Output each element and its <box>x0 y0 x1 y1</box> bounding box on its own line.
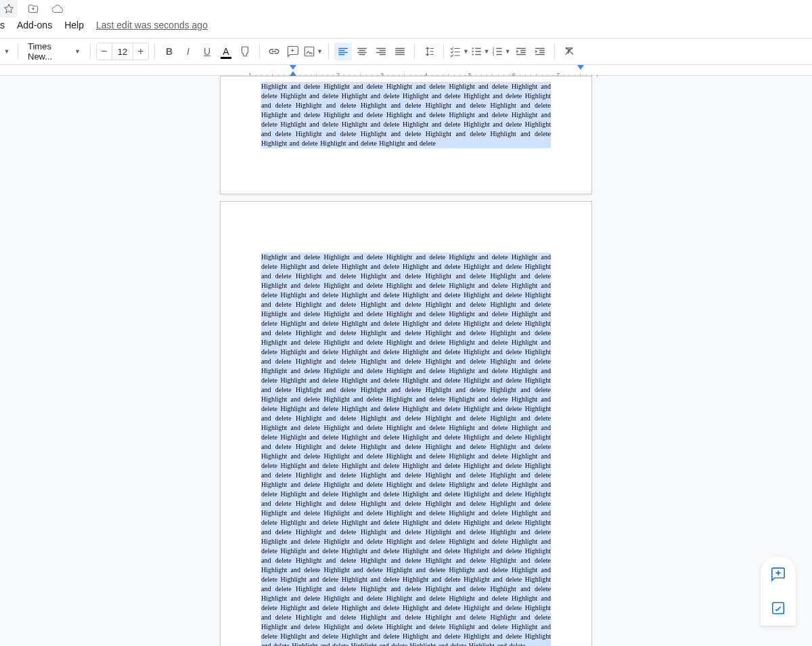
font-size-increase[interactable]: + <box>133 43 148 60</box>
document-text-selected[interactable]: Highlight and delete Highlight and delet… <box>261 82 551 148</box>
line-spacing-button[interactable] <box>420 43 438 60</box>
menu-bar: s Add-ons Help Last edit was seconds ago <box>0 17 812 38</box>
align-justify-button[interactable] <box>391 43 409 60</box>
image-button[interactable]: ▼ <box>303 43 323 60</box>
svg-text:3: 3 <box>492 52 494 56</box>
indent-button[interactable] <box>531 43 549 60</box>
document-page-1[interactable]: Highlight and delete Highlight and delet… <box>220 76 592 194</box>
menu-help[interactable]: Help <box>64 20 84 30</box>
svg-point-1 <box>472 47 473 49</box>
comment-button[interactable] <box>284 43 302 60</box>
canvas: 11234567 Highlight and delete Highlight … <box>0 65 812 646</box>
numbered-list-button[interactable]: 123 ▼ <box>491 43 511 60</box>
underline-button[interactable]: U <box>198 43 216 60</box>
bullet-list-button[interactable]: ▼ <box>470 43 490 60</box>
menu-s-partial[interactable]: s <box>0 20 5 30</box>
toolbar: ▼ Times New... ▼ − + B I U A ▼ <box>0 38 812 65</box>
menu-addons[interactable]: Add-ons <box>17 20 52 30</box>
svg-point-3 <box>472 53 473 55</box>
link-button[interactable] <box>265 43 283 60</box>
bold-button[interactable]: B <box>160 43 178 60</box>
text-color-button[interactable]: A <box>217 43 235 60</box>
align-left-button[interactable] <box>334 43 352 60</box>
svg-rect-0 <box>304 47 314 56</box>
document-text-selected[interactable]: Highlight and delete Highlight and delet… <box>261 253 551 646</box>
highlight-button[interactable] <box>236 43 254 60</box>
cloud-icon[interactable] <box>49 0 66 18</box>
move-icon[interactable] <box>24 0 42 18</box>
font-family-select[interactable]: Times New... ▼ <box>24 43 85 60</box>
star-icon[interactable] <box>0 0 18 18</box>
floating-action-column <box>761 557 796 626</box>
outdent-button[interactable] <box>512 43 530 60</box>
svg-rect-7 <box>773 603 784 614</box>
insert-comment-fab[interactable] <box>766 562 790 586</box>
styles-dropdown[interactable]: ▼ <box>0 43 12 60</box>
font-family-label: Times New... <box>28 41 73 62</box>
suggest-edits-fab[interactable] <box>766 596 790 620</box>
ruler[interactable]: 11234567 <box>0 65 812 76</box>
titlebar-icons <box>0 0 812 17</box>
align-right-button[interactable] <box>372 43 390 60</box>
checklist-button[interactable]: ▼ <box>449 43 469 60</box>
font-size-decrease[interactable]: − <box>97 43 112 60</box>
last-edit-link[interactable]: Last edit was seconds ago <box>96 20 208 30</box>
svg-point-2 <box>472 51 473 52</box>
align-center-button[interactable] <box>353 43 371 60</box>
italic-button[interactable]: I <box>179 43 197 60</box>
clear-formatting-button[interactable] <box>560 43 578 60</box>
font-size-input[interactable] <box>112 43 133 60</box>
document-page-2[interactable]: Highlight and delete Highlight and delet… <box>220 201 592 646</box>
font-size-group: − + <box>96 43 149 60</box>
